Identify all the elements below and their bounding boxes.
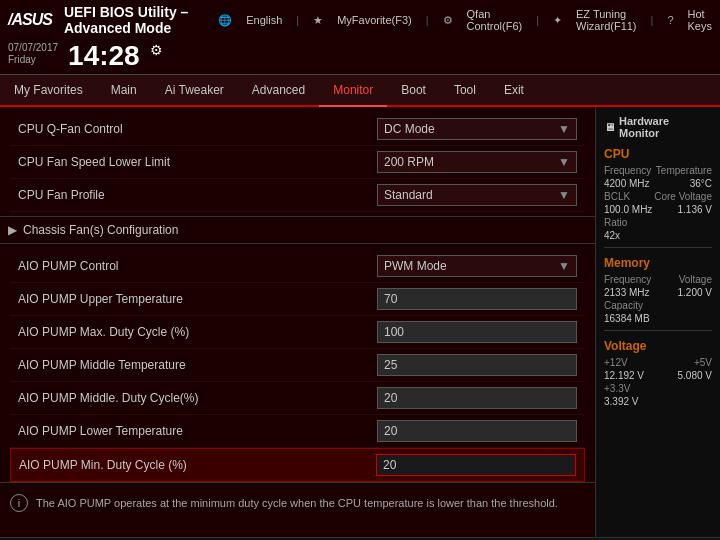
v5-label: +5V xyxy=(694,357,712,368)
chassis-section-header[interactable]: ▶ Chassis Fan(s) Configuration xyxy=(0,216,595,244)
aio-pump-control-value: PWM Mode xyxy=(384,259,447,273)
aio-pump-max-duty-row: AIO PUMP Max. Duty Cycle (%) 100 xyxy=(10,316,585,349)
cpu-bclk-value-row: 100.0 MHz 1.136 V xyxy=(604,204,712,215)
cpu-fan-speed-dropdown[interactable]: 200 RPM ▼ xyxy=(377,151,577,173)
nav-my-favorites[interactable]: My Favorites xyxy=(0,75,97,105)
bios-title: UEFI BIOS Utility – Advanced Mode xyxy=(64,4,206,36)
aio-pump-mid-duty-row: AIO PUMP Middle. Duty Cycle(%) 20 xyxy=(10,382,585,415)
cpu-freq-label: Frequency xyxy=(604,165,651,176)
aio-pump-min-duty-value: 20 xyxy=(383,458,396,472)
voltage-section-title: Voltage xyxy=(604,339,712,353)
cpu-freq-value-row: 4200 MHz 36°C xyxy=(604,178,712,189)
ez-tuning-label[interactable]: EZ Tuning Wizard(F11) xyxy=(576,8,637,32)
cpu-fan-profile-row: CPU Fan Profile Standard ▼ xyxy=(10,179,585,212)
settings-gear-icon[interactable]: ⚙ xyxy=(150,42,163,58)
globe-icon: 🌐 xyxy=(218,14,232,27)
chassis-settings-section: AIO PUMP Control PWM Mode ▼ AIO PUMP Upp… xyxy=(0,244,595,482)
cpu-fan-speed-row: CPU Fan Speed Lower Limit 200 RPM ▼ xyxy=(10,146,585,179)
cpu-fan-speed-value: 200 RPM xyxy=(384,155,434,169)
mem-capacity-value: 16384 MB xyxy=(604,313,650,324)
aio-pump-max-duty-input[interactable]: 100 xyxy=(377,321,577,343)
aio-pump-mid-duty-value: 20 xyxy=(384,391,397,405)
cpu-ratio-row: Ratio xyxy=(604,217,712,228)
header-top: /ASUS UEFI BIOS Utility – Advanced Mode … xyxy=(8,0,712,40)
wand-icon: ✦ xyxy=(553,14,562,27)
v33-label: +3.3V xyxy=(604,383,630,394)
memory-section-title: Memory xyxy=(604,256,712,270)
key-icon: ? xyxy=(667,14,673,26)
separator2: | xyxy=(426,14,429,26)
nav-advanced[interactable]: Advanced xyxy=(238,75,319,105)
separator4: | xyxy=(651,14,654,26)
aio-pump-mid-temp-input[interactable]: 25 xyxy=(377,354,577,376)
aio-pump-lower-temp-input[interactable]: 20 xyxy=(377,420,577,442)
cpu-freq-row: Frequency Temperature xyxy=(604,165,712,176)
aio-pump-mid-duty-label: AIO PUMP Middle. Duty Cycle(%) xyxy=(18,391,377,405)
cpu-temp-value: 36°C xyxy=(690,178,712,189)
v5-value: 5.080 V xyxy=(678,370,712,381)
v12-value-row: 12.192 V 5.080 V xyxy=(604,370,712,381)
cpu-core-v-label: Core Voltage xyxy=(654,191,712,202)
hot-keys-label[interactable]: Hot Keys xyxy=(688,8,712,32)
chevron-down-icon4: ▼ xyxy=(558,259,570,273)
aio-pump-max-duty-label: AIO PUMP Max. Duty Cycle (%) xyxy=(18,325,377,339)
chevron-down-icon: ▼ xyxy=(558,122,570,136)
cpu-ratio-label: Ratio xyxy=(604,217,627,228)
v12-value: 12.192 V xyxy=(604,370,644,381)
aio-pump-upper-temp-input[interactable]: 70 xyxy=(377,288,577,310)
cpu-bclk-row: BCLK Core Voltage xyxy=(604,191,712,202)
cpu-freq-value: 4200 MHz xyxy=(604,178,650,189)
separator1: | xyxy=(296,14,299,26)
mem-capacity-label: Capacity xyxy=(604,300,643,311)
date-area: 07/07/2017 Friday xyxy=(8,42,58,66)
aio-pump-control-row: AIO PUMP Control PWM Mode ▼ xyxy=(10,250,585,283)
nav-main[interactable]: Main xyxy=(97,75,151,105)
content-panel: CPU Q-Fan Control DC Mode ▼ CPU Fan Spee… xyxy=(0,107,595,537)
nav-ai-tweaker[interactable]: Ai Tweaker xyxy=(151,75,238,105)
v33-value: 3.392 V xyxy=(604,396,638,407)
cpu-fan-speed-label: CPU Fan Speed Lower Limit xyxy=(18,155,377,169)
main-layout: CPU Q-Fan Control DC Mode ▼ CPU Fan Spee… xyxy=(0,107,720,537)
mem-freq-value: 2133 MHz xyxy=(604,287,650,298)
cpu-qfan-dropdown[interactable]: DC Mode ▼ xyxy=(377,118,577,140)
nav-monitor[interactable]: Monitor xyxy=(319,75,387,107)
day-display: Friday xyxy=(8,54,58,66)
cpu-qfan-value: DC Mode xyxy=(384,122,435,136)
aio-pump-min-duty-label: AIO PUMP Min. Duty Cycle (%) xyxy=(19,458,376,472)
aio-pump-lower-temp-row: AIO PUMP Lower Temperature 20 xyxy=(10,415,585,448)
datetime-section: 07/07/2017 Friday 14:28 ⚙ xyxy=(8,40,712,74)
separator3: | xyxy=(536,14,539,26)
mem-capacity-row: Capacity xyxy=(604,300,712,311)
aio-pump-max-duty-value: 100 xyxy=(384,325,404,339)
header: /ASUS UEFI BIOS Utility – Advanced Mode … xyxy=(0,0,720,75)
aio-pump-min-duty-row: AIO PUMP Min. Duty Cycle (%) 20 xyxy=(10,448,585,482)
language-label[interactable]: English xyxy=(246,14,282,26)
cpu-ratio-value: 42x xyxy=(604,230,620,241)
aio-pump-lower-temp-value: 20 xyxy=(384,424,397,438)
aio-pump-min-duty-input[interactable]: 20 xyxy=(376,454,576,476)
time-display: 14:28 xyxy=(68,42,140,70)
cpu-qfan-label: CPU Q-Fan Control xyxy=(18,122,377,136)
aio-pump-control-dropdown[interactable]: PWM Mode ▼ xyxy=(377,255,577,277)
my-favorite-label[interactable]: MyFavorite(F3) xyxy=(337,14,412,26)
info-text: The AIO PUMP operates at the minimum dut… xyxy=(36,497,558,509)
aio-pump-mid-temp-label: AIO PUMP Middle Temperature xyxy=(18,358,377,372)
date-display: 07/07/2017 xyxy=(8,42,58,54)
aio-pump-control-label: AIO PUMP Control xyxy=(18,259,377,273)
cpu-section-title: CPU xyxy=(604,147,712,161)
cpu-fan-profile-value: Standard xyxy=(384,188,433,202)
cpu-fan-profile-label: CPU Fan Profile xyxy=(18,188,377,202)
star-icon: ★ xyxy=(313,14,323,27)
nav-exit[interactable]: Exit xyxy=(490,75,538,105)
v33-row: +3.3V xyxy=(604,383,712,394)
aio-pump-mid-duty-input[interactable]: 20 xyxy=(377,387,577,409)
mem-freq-row: Frequency Voltage xyxy=(604,274,712,285)
cpu-fan-profile-dropdown[interactable]: Standard ▼ xyxy=(377,184,577,206)
v12-label: +12V xyxy=(604,357,628,368)
qfan-label[interactable]: Qfan Control(F6) xyxy=(467,8,523,32)
mem-capacity-value-row: 16384 MB xyxy=(604,313,712,324)
info-bar: i The AIO PUMP operates at the minimum d… xyxy=(0,482,595,522)
nav-tool[interactable]: Tool xyxy=(440,75,490,105)
asus-logo: /ASUS xyxy=(8,11,52,29)
nav-boot[interactable]: Boot xyxy=(387,75,440,105)
